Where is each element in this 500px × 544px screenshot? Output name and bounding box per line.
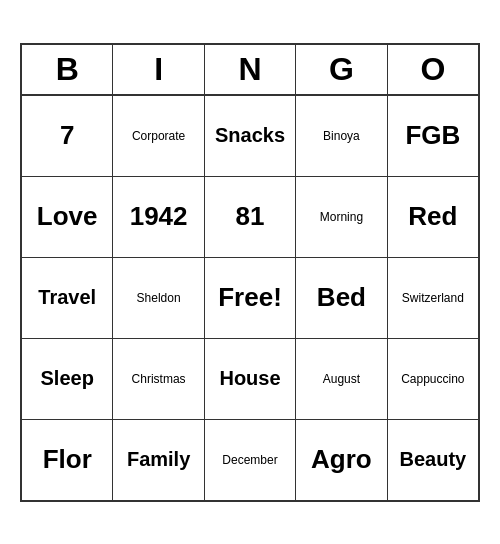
bingo-cell: 1942 <box>113 177 204 257</box>
bingo-row: FlorFamilyDecemberAgroBeauty <box>22 420 478 500</box>
cell-text: Flor <box>43 444 92 475</box>
cell-text: 7 <box>60 120 74 151</box>
bingo-cell: Free! <box>205 258 296 338</box>
cell-text: House <box>219 367 280 390</box>
cell-text: Cappuccino <box>401 372 464 386</box>
bingo-row: TravelSheldonFree!BedSwitzerland <box>22 258 478 339</box>
bingo-cell: Beauty <box>388 420 478 500</box>
cell-text: Travel <box>38 286 96 309</box>
cell-text: August <box>323 372 360 386</box>
bingo-cell: 81 <box>205 177 296 257</box>
bingo-cell: Travel <box>22 258 113 338</box>
bingo-row: SleepChristmasHouseAugustCappuccino <box>22 339 478 420</box>
bingo-cell: Switzerland <box>388 258 478 338</box>
bingo-cell: Cappuccino <box>388 339 478 419</box>
bingo-cell: FGB <box>388 96 478 176</box>
cell-text: Love <box>37 201 98 232</box>
bingo-cell: Sleep <box>22 339 113 419</box>
cell-text: Binoya <box>323 129 360 143</box>
bingo-cell: Flor <box>22 420 113 500</box>
cell-text: Snacks <box>215 124 285 147</box>
bingo-cell: 7 <box>22 96 113 176</box>
bingo-grid: 7CorporateSnacksBinoyaFGBLove194281Morni… <box>22 96 478 500</box>
bingo-cell: August <box>296 339 387 419</box>
cell-text: Free! <box>218 282 282 313</box>
cell-text: Sleep <box>41 367 94 390</box>
cell-text: 81 <box>236 201 265 232</box>
bingo-cell: Binoya <box>296 96 387 176</box>
bingo-cell: Sheldon <box>113 258 204 338</box>
cell-text: Christmas <box>132 372 186 386</box>
bingo-cell: Morning <box>296 177 387 257</box>
cell-text: 1942 <box>130 201 188 232</box>
bingo-cell: Love <box>22 177 113 257</box>
bingo-cell: House <box>205 339 296 419</box>
bingo-card: BINGO 7CorporateSnacksBinoyaFGBLove19428… <box>20 43 480 502</box>
cell-text: December <box>222 453 277 467</box>
cell-text: Beauty <box>399 448 466 471</box>
header-cell: I <box>113 45 204 94</box>
cell-text: Switzerland <box>402 291 464 305</box>
bingo-cell: Christmas <box>113 339 204 419</box>
cell-text: Morning <box>320 210 363 224</box>
header-cell: G <box>296 45 387 94</box>
bingo-header: BINGO <box>22 45 478 96</box>
cell-text: Corporate <box>132 129 185 143</box>
bingo-cell: Red <box>388 177 478 257</box>
header-cell: O <box>388 45 478 94</box>
header-cell: N <box>205 45 296 94</box>
cell-text: FGB <box>405 120 460 151</box>
header-cell: B <box>22 45 113 94</box>
bingo-row: Love194281MorningRed <box>22 177 478 258</box>
cell-text: Family <box>127 448 190 471</box>
bingo-cell: Corporate <box>113 96 204 176</box>
cell-text: Bed <box>317 282 366 313</box>
bingo-cell: Family <box>113 420 204 500</box>
bingo-cell: Agro <box>296 420 387 500</box>
bingo-cell: December <box>205 420 296 500</box>
bingo-cell: Snacks <box>205 96 296 176</box>
bingo-row: 7CorporateSnacksBinoyaFGB <box>22 96 478 177</box>
cell-text: Sheldon <box>137 291 181 305</box>
cell-text: Agro <box>311 444 372 475</box>
bingo-cell: Bed <box>296 258 387 338</box>
cell-text: Red <box>408 201 457 232</box>
